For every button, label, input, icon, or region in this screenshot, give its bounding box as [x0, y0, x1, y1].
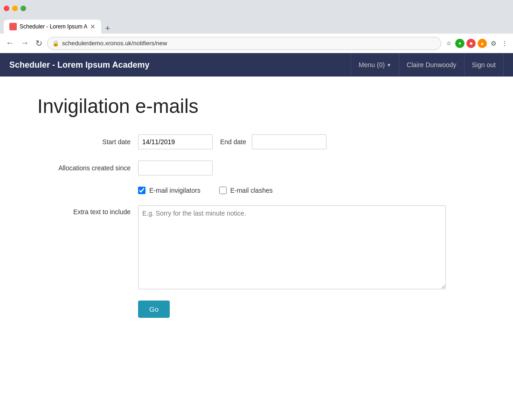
ext-icon-4[interactable]: ⚙	[489, 39, 498, 48]
email-invigilators-checkbox[interactable]	[138, 187, 146, 194]
nav-right: Menu (0) ▼ Claire Dunwoody Sign out	[351, 53, 504, 77]
end-date-label: End date	[220, 138, 246, 146]
forward-button[interactable]: →	[19, 36, 31, 50]
address-bar: ← → ↻ 🔒 schedulerdemo.xronos.uk/notifier…	[0, 34, 513, 53]
browser-frame: Scheduler - Lorem Ipsum A ✕ + ← → ↻ 🔒 sc…	[0, 0, 513, 420]
back-button[interactable]: ←	[4, 36, 16, 50]
active-tab[interactable]: Scheduler - Lorem Ipsum A ✕	[4, 20, 101, 34]
lock-icon: 🔒	[52, 40, 59, 47]
user-menu-button[interactable]: Claire Dunwoody	[399, 53, 464, 77]
page-body: Invigilation e-mails Start date End date…	[0, 77, 513, 420]
ext-icon-2[interactable]: ■	[466, 39, 476, 48]
checkbox-group: E-mail invigilators E-mail clashes	[138, 187, 273, 194]
new-tab-button[interactable]: +	[101, 24, 114, 34]
email-clashes-checkbox-label: E-mail clashes	[230, 187, 273, 194]
start-date-label: Start date	[37, 138, 131, 146]
close-window-button[interactable]	[4, 6, 9, 11]
date-row: Start date End date	[37, 134, 476, 149]
extra-text-row: Extra text to include	[37, 205, 476, 289]
title-bar	[0, 0, 513, 17]
app-content: Scheduler - Lorem Ipsum Academy Menu (0)…	[0, 53, 513, 420]
app-title: Scheduler - Lorem Ipsum Academy	[9, 60, 149, 70]
refresh-button[interactable]: ↻	[34, 36, 44, 50]
tab-favicon	[9, 23, 17, 30]
go-button[interactable]: Go	[138, 301, 170, 318]
email-invigilators-checkbox-label: E-mail invigilators	[149, 187, 201, 194]
allocations-label: Allocations created since	[37, 164, 131, 172]
toolbar-icons: ☆ ● ■ ▲ ⚙ ⋮	[444, 39, 509, 48]
start-date-input[interactable]	[138, 134, 213, 149]
ext-icon-1[interactable]: ●	[455, 39, 464, 48]
app-navbar: Scheduler - Lorem Ipsum Academy Menu (0)…	[0, 53, 513, 77]
allocations-input[interactable]	[138, 161, 213, 175]
go-button-row: Go	[37, 301, 476, 318]
end-date-group: End date	[220, 134, 326, 149]
ext-icon-3[interactable]: ▲	[478, 39, 487, 48]
email-clashes-checkbox[interactable]	[219, 187, 227, 194]
checkboxes-row: E-mail invigilators E-mail clashes	[37, 187, 476, 194]
tab-close-icon[interactable]: ✕	[90, 23, 96, 30]
tab-bar: Scheduler - Lorem Ipsum A ✕ +	[0, 17, 513, 34]
email-invigilators-item: E-mail invigilators	[138, 187, 201, 194]
extra-text-label: Extra text to include	[37, 205, 131, 216]
url-text: schedulerdemo.xronos.uk/notifiers/new	[62, 40, 427, 47]
sign-out-button[interactable]: Sign out	[464, 53, 504, 77]
end-date-input[interactable]	[252, 134, 326, 149]
menu-button[interactable]: Menu (0) ▼	[351, 53, 399, 77]
bookmark-icon[interactable]: ☆	[444, 39, 453, 48]
chevron-down-icon: ▼	[387, 63, 391, 68]
page-title: Invigilation e-mails	[37, 95, 476, 118]
extra-text-textarea[interactable]	[138, 205, 446, 289]
window-controls	[4, 6, 26, 11]
maximize-window-button[interactable]	[21, 6, 26, 11]
form-section: Start date End date Allocations created …	[37, 134, 476, 318]
email-clashes-item: E-mail clashes	[219, 187, 273, 194]
allocations-row: Allocations created since	[37, 161, 476, 175]
ext-icon-5[interactable]: ⋮	[500, 39, 509, 48]
minimize-window-button[interactable]	[12, 6, 18, 11]
url-bar[interactable]: 🔒 schedulerdemo.xronos.uk/notifiers/new	[47, 37, 441, 50]
tab-title: Scheduler - Lorem Ipsum A	[20, 23, 87, 30]
